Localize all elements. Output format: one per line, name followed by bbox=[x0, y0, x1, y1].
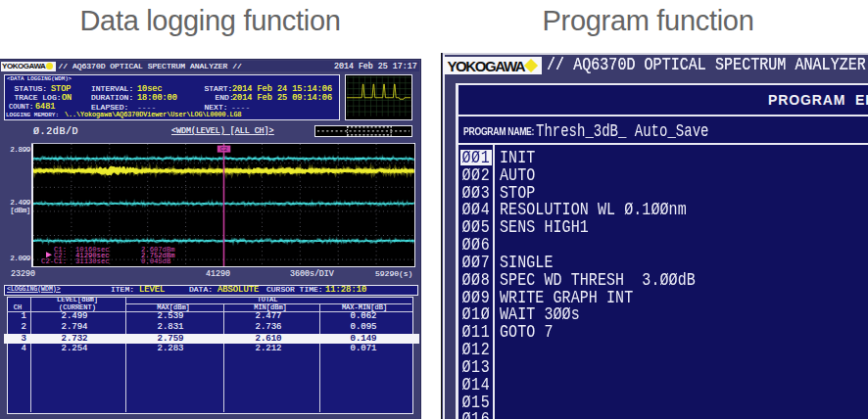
svg-text:31130sec: 31130sec bbox=[75, 257, 110, 265]
svg-text:0.045dB: 0.045dB bbox=[141, 257, 171, 265]
svg-text:C2-C1:: C2-C1: bbox=[41, 257, 67, 265]
svg-text:C2: C2 bbox=[220, 146, 228, 153]
